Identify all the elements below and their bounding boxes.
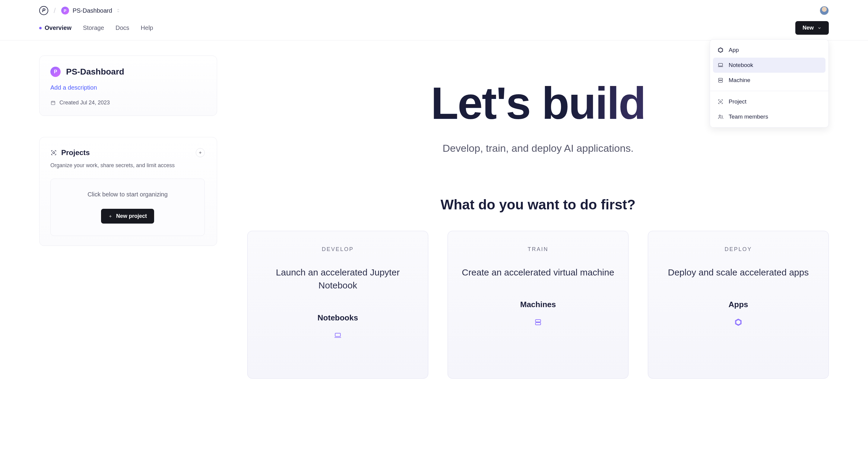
plus-icon: [108, 214, 113, 218]
logo-letter: P: [42, 8, 45, 13]
app-logo[interactable]: P: [39, 6, 48, 15]
option-row: DEVELOP Launch an accelerated Jupyter No…: [247, 231, 829, 379]
option-name: Notebooks: [318, 313, 358, 323]
workspace-selector[interactable]: P PS-Dashboard: [61, 7, 121, 14]
dropdown-item-project[interactable]: Project: [713, 94, 826, 109]
workspace-name: PS-Dashboard: [73, 7, 112, 14]
dropdown-item-app[interactable]: App: [713, 42, 826, 58]
dropdown-item-machine[interactable]: Machine: [713, 73, 826, 88]
option-card-apps[interactable]: DEPLOY Deploy and scale accelerated apps…: [648, 231, 829, 379]
option-name: Machines: [520, 300, 556, 309]
dropdown-item-notebook[interactable]: Notebook: [713, 58, 826, 73]
dropdown-item-team-members[interactable]: Team members: [713, 109, 826, 124]
active-dot-icon: [39, 27, 42, 29]
option-tag: DEPLOY: [724, 246, 752, 252]
server-icon: [717, 77, 724, 84]
tab-overview[interactable]: Overview: [39, 25, 71, 31]
focus-icon: [50, 149, 57, 156]
hero-prompt: What do you want to do first?: [247, 196, 829, 213]
workspace-card-title: PS-Dashboard: [66, 67, 124, 77]
option-desc: Deploy and scale accelerated apps: [668, 266, 809, 279]
tab-help[interactable]: Help: [141, 25, 153, 31]
calendar-icon: [50, 100, 56, 105]
new-project-button[interactable]: New project: [101, 209, 154, 223]
workspace-card-badge: P: [50, 67, 61, 77]
option-tag: TRAIN: [528, 246, 549, 252]
new-button[interactable]: New: [795, 21, 829, 35]
hero-subtitle: Develop, train, and deploy AI applicatio…: [247, 143, 829, 154]
projects-subtitle: Organize your work, share secrets, and l…: [50, 161, 205, 170]
option-desc: Launch an accelerated Jupyter Notebook: [260, 266, 416, 292]
selector-updown-icon: [116, 8, 121, 13]
server-icon: [533, 318, 542, 327]
tab-storage[interactable]: Storage: [83, 25, 104, 31]
laptop-icon: [717, 62, 724, 68]
focus-icon: [717, 98, 724, 105]
projects-card: Projects Organize your work, share secre…: [39, 137, 217, 246]
nav-tabs: Overview Storage Docs Help: [39, 25, 153, 31]
user-avatar[interactable]: [820, 6, 829, 15]
laptop-icon: [333, 331, 342, 340]
workspace-card: P PS-Dashboard Add a description Created…: [39, 56, 217, 116]
team-icon: [717, 114, 724, 120]
top-bar: P / P PS-Dashboard: [0, 0, 868, 21]
projects-empty-box: Click below to start organizing New proj…: [50, 179, 205, 236]
add-description-link[interactable]: Add a description: [50, 84, 97, 91]
nav-row: Overview Storage Docs Help New App Noteb…: [0, 21, 868, 40]
chevron-down-icon: [817, 26, 822, 30]
dropdown-separator: [710, 91, 829, 91]
cube-icon: [734, 318, 743, 327]
cube-icon: [717, 47, 724, 53]
workspace-badge: P: [61, 7, 69, 14]
new-dropdown: App Notebook Machine Project Team member…: [710, 39, 829, 128]
projects-title: Projects: [61, 148, 90, 157]
option-tag: DEVELOP: [322, 246, 354, 252]
option-card-machines[interactable]: TRAIN Create an accelerated virtual mach…: [447, 231, 628, 379]
left-column: P PS-Dashboard Add a description Created…: [39, 56, 217, 246]
created-text: Created Jul 24, 2023: [59, 99, 110, 106]
projects-empty-text: Click below to start organizing: [63, 191, 192, 198]
breadcrumb-separator: /: [54, 6, 56, 15]
add-project-icon-button[interactable]: [196, 148, 205, 157]
option-name: Apps: [728, 300, 748, 309]
option-desc: Create an accelerated virtual machine: [462, 266, 614, 279]
tab-docs[interactable]: Docs: [116, 25, 129, 31]
option-card-notebooks[interactable]: DEVELOP Launch an accelerated Jupyter No…: [247, 231, 428, 379]
